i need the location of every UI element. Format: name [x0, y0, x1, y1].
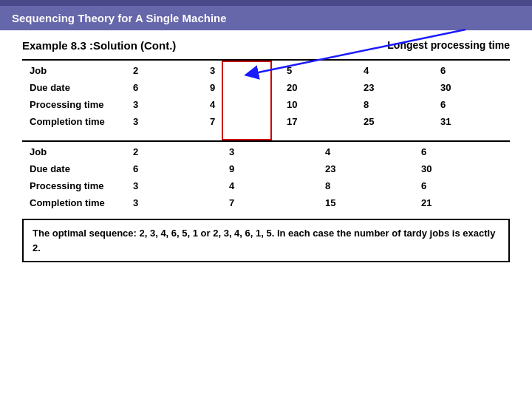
table-row: Due date 6 9 23 30	[22, 160, 510, 177]
title-bar: Sequencing Theory for A Single Machine	[0, 6, 532, 30]
col-label: Completion time	[22, 113, 126, 130]
table-cell: 30	[433, 79, 510, 96]
table-row: Job 2 3 5 4 6	[22, 60, 510, 79]
table-cell: 9	[222, 160, 318, 177]
table-cell: 2	[126, 141, 222, 160]
table-cell: 10	[279, 96, 356, 113]
table-cell: 25	[356, 113, 433, 130]
table-cell: 3	[126, 96, 202, 113]
table-cell: 8	[318, 177, 414, 194]
table-row: Job 2 3 4 6	[22, 141, 510, 160]
table-cell: 2	[126, 60, 202, 79]
example-title: Example 8.3 :Solution (Cont.)	[22, 39, 176, 52]
table-cell: 6	[414, 177, 510, 194]
table-cell: 23	[356, 79, 433, 96]
table-cell: 5	[279, 60, 356, 79]
table-cell: 9	[202, 79, 279, 96]
header-bar	[0, 0, 532, 6]
col-label: Job	[22, 141, 126, 160]
table-row: Due date 6 9 20 23 30	[22, 79, 510, 96]
table-cell: 6	[433, 60, 510, 79]
table-row: Processing time 3 4 10 8 6	[22, 96, 510, 113]
table-cell: 30	[414, 160, 510, 177]
table1: Job 2 3 5 4 6 Due date 6 9 20 23 30 Proc…	[22, 59, 510, 130]
table-cell: 6	[414, 141, 510, 160]
table-row: Completion time 3 7 15 21	[22, 194, 510, 211]
col-label: Processing time	[22, 96, 126, 113]
col-label: Due date	[22, 79, 126, 96]
table-cell: 4	[222, 177, 318, 194]
table-row: Completion time 3 7 17 25 31	[22, 113, 510, 130]
table-cell: 31	[433, 113, 510, 130]
table2: Job 2 3 4 6 Due date 6 9 23 30 Processin…	[22, 140, 510, 211]
table-cell: 3	[126, 177, 222, 194]
table-cell: 7	[222, 194, 318, 211]
table-cell: 6	[126, 79, 202, 96]
first-table-section: Job 2 3 5 4 6 Due date 6 9 20 23 30 Proc…	[22, 59, 510, 130]
col-label: Completion time	[22, 194, 126, 211]
page-title: Sequencing Theory for A Single Machine	[12, 12, 227, 24]
table-cell: 6	[126, 160, 222, 177]
table-cell: 4	[318, 141, 414, 160]
table-cell: 8	[356, 96, 433, 113]
table-cell: 3	[222, 141, 318, 160]
col-label: Processing time	[22, 177, 126, 194]
table-cell: 20	[279, 79, 356, 96]
second-table-section: Job 2 3 4 6 Due date 6 9 23 30 Processin…	[22, 140, 510, 211]
table-cell: 3	[202, 60, 279, 79]
table-cell: 4	[356, 60, 433, 79]
table-cell: 3	[126, 113, 202, 130]
table-cell: 7	[202, 113, 279, 130]
table-row: Processing time 3 4 8 6	[22, 177, 510, 194]
col-label: Job	[22, 60, 126, 79]
table-cell: 4	[202, 96, 279, 113]
table-cell: 17	[279, 113, 356, 130]
table-cell: 6	[433, 96, 510, 113]
optimal-note: The optimal sequence: 2, 3, 4, 6, 5, 1 o…	[22, 219, 510, 262]
table-cell: 23	[318, 160, 414, 177]
table-cell: 15	[318, 194, 414, 211]
longest-processing-label: Longest processing time	[387, 39, 510, 51]
table-cell: 21	[414, 194, 510, 211]
col-label: Due date	[22, 160, 126, 177]
table-cell: 3	[126, 194, 222, 211]
